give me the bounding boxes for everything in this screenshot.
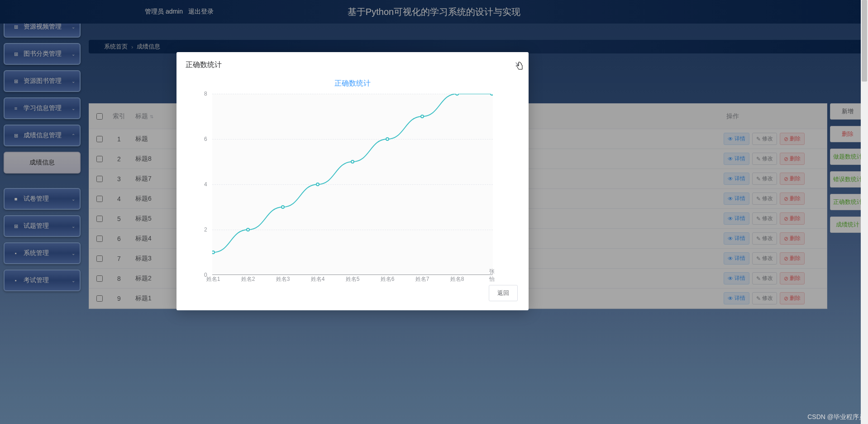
vertical-scrollbar[interactable] — [861, 0, 868, 424]
y-tick-label: 6 — [204, 136, 207, 142]
x-tick-label: 姓名3 — [276, 275, 290, 283]
chart-line-svg — [212, 94, 493, 275]
svg-point-6 — [421, 115, 424, 118]
svg-point-2 — [281, 206, 284, 208]
svg-point-4 — [351, 160, 354, 163]
y-tick-label: 2 — [204, 226, 207, 233]
svg-point-0 — [212, 251, 215, 254]
y-tick-label: 8 — [204, 91, 207, 97]
x-tick-label: 姓名7 — [415, 275, 429, 283]
chart-title: 正确数统计 — [204, 79, 501, 88]
x-tick-label: 姓名8 — [450, 275, 464, 283]
svg-point-8 — [491, 94, 493, 95]
svg-point-3 — [316, 183, 319, 186]
close-icon[interactable]: ✕ — [515, 60, 520, 69]
watermark: CSDN @毕业程序员 — [807, 413, 865, 421]
x-tick-label: 姓名5 — [346, 275, 360, 283]
modal-header: 正确数统计 ✕ — [176, 52, 529, 74]
x-tick-label: 姓名6 — [381, 275, 395, 283]
svg-point-7 — [456, 94, 458, 95]
return-button[interactable]: 返回 — [489, 285, 518, 301]
x-tick-label: 姓名2 — [241, 275, 255, 283]
scrollbar-thumb[interactable] — [862, 0, 867, 82]
svg-point-1 — [247, 228, 249, 231]
stats-modal: 正确数统计 ✕ 正确数统计 02468姓名1姓名2姓名3姓名4姓名5姓名6姓名7… — [176, 52, 529, 310]
modal-title: 正确数统计 — [186, 61, 222, 68]
line-chart: 02468姓名1姓名2姓名3姓名4姓名5姓名6姓名7姓名8张怡 — [212, 94, 493, 275]
x-tick-label: 姓名4 — [311, 275, 325, 283]
x-tick-label: 姓名1 — [206, 275, 220, 283]
svg-point-5 — [386, 138, 389, 140]
y-tick-label: 4 — [204, 181, 207, 188]
